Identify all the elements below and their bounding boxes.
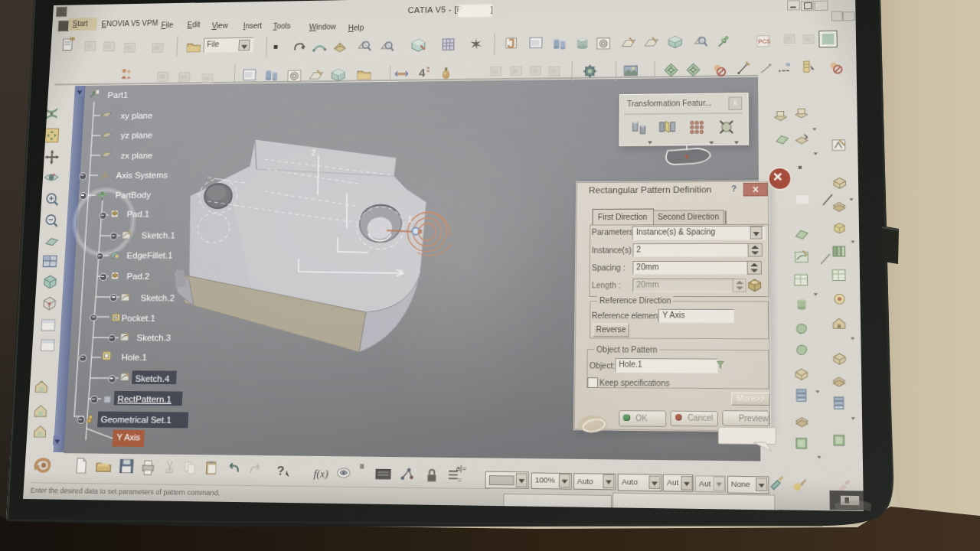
svg-text:=: = — [458, 475, 462, 484]
svg-text:f(x): f(x) — [313, 468, 328, 480]
svg-text:?: ? — [276, 463, 285, 478]
